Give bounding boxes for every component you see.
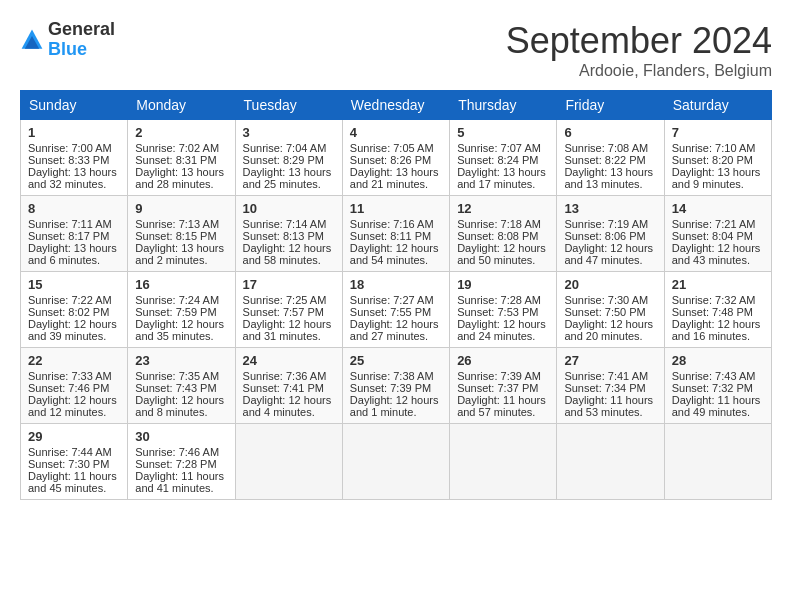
sunrise-info: Sunrise: 7:36 AM <box>243 370 327 382</box>
sunrise-info: Sunrise: 7:39 AM <box>457 370 541 382</box>
calendar-day-12: 12 Sunrise: 7:18 AM Sunset: 8:08 PM Dayl… <box>450 196 557 272</box>
sunrise-info: Sunrise: 7:07 AM <box>457 142 541 154</box>
calendar-day-6: 6 Sunrise: 7:08 AM Sunset: 8:22 PM Dayli… <box>557 120 664 196</box>
calendar-day-11: 11 Sunrise: 7:16 AM Sunset: 8:11 PM Dayl… <box>342 196 449 272</box>
daylight-info: Daylight: 12 hours <box>28 318 117 330</box>
day-number: 16 <box>135 277 227 292</box>
sunset-info: Sunset: 7:55 PM <box>350 306 431 318</box>
page-header: General Blue September 2024 Ardooie, Fla… <box>20 20 772 80</box>
daylight-minutes: and 4 minutes. <box>243 406 315 418</box>
sunrise-info: Sunrise: 7:28 AM <box>457 294 541 306</box>
day-header-sunday: Sunday <box>21 91 128 120</box>
sunset-info: Sunset: 8:06 PM <box>564 230 645 242</box>
sunset-info: Sunset: 7:28 PM <box>135 458 216 470</box>
daylight-minutes: and 20 minutes. <box>564 330 642 342</box>
calendar-day-23: 23 Sunrise: 7:35 AM Sunset: 7:43 PM Dayl… <box>128 348 235 424</box>
month-title: September 2024 <box>506 20 772 62</box>
sunrise-info: Sunrise: 7:22 AM <box>28 294 112 306</box>
daylight-minutes: and 32 minutes. <box>28 178 106 190</box>
daylight-minutes: and 2 minutes. <box>135 254 207 266</box>
calendar-day-22: 22 Sunrise: 7:33 AM Sunset: 7:46 PM Dayl… <box>21 348 128 424</box>
daylight-info: Daylight: 13 hours <box>135 166 224 178</box>
daylight-minutes: and 21 minutes. <box>350 178 428 190</box>
calendar-day-21: 21 Sunrise: 7:32 AM Sunset: 7:48 PM Dayl… <box>664 272 771 348</box>
day-number: 24 <box>243 353 335 368</box>
sunrise-info: Sunrise: 7:13 AM <box>135 218 219 230</box>
calendar-day-2: 2 Sunrise: 7:02 AM Sunset: 8:31 PM Dayli… <box>128 120 235 196</box>
day-number: 18 <box>350 277 442 292</box>
calendar-week-row-4: 22 Sunrise: 7:33 AM Sunset: 7:46 PM Dayl… <box>21 348 772 424</box>
sunset-info: Sunset: 8:15 PM <box>135 230 216 242</box>
sunrise-info: Sunrise: 7:04 AM <box>243 142 327 154</box>
daylight-info: Daylight: 12 hours <box>135 318 224 330</box>
calendar-day-3: 3 Sunrise: 7:04 AM Sunset: 8:29 PM Dayli… <box>235 120 342 196</box>
daylight-info: Daylight: 11 hours <box>672 394 761 406</box>
daylight-minutes: and 13 minutes. <box>564 178 642 190</box>
calendar-day-28: 28 Sunrise: 7:43 AM Sunset: 7:32 PM Dayl… <box>664 348 771 424</box>
day-number: 14 <box>672 201 764 216</box>
day-number: 15 <box>28 277 120 292</box>
daylight-minutes: and 6 minutes. <box>28 254 100 266</box>
sunrise-info: Sunrise: 7:18 AM <box>457 218 541 230</box>
daylight-minutes: and 27 minutes. <box>350 330 428 342</box>
sunrise-info: Sunrise: 7:21 AM <box>672 218 756 230</box>
calendar-day-15: 15 Sunrise: 7:22 AM Sunset: 8:02 PM Dayl… <box>21 272 128 348</box>
daylight-info: Daylight: 11 hours <box>564 394 653 406</box>
calendar-day-20: 20 Sunrise: 7:30 AM Sunset: 7:50 PM Dayl… <box>557 272 664 348</box>
sunset-info: Sunset: 8:20 PM <box>672 154 753 166</box>
daylight-minutes: and 39 minutes. <box>28 330 106 342</box>
sunset-info: Sunset: 7:39 PM <box>350 382 431 394</box>
calendar-day-7: 7 Sunrise: 7:10 AM Sunset: 8:20 PM Dayli… <box>664 120 771 196</box>
daylight-minutes: and 41 minutes. <box>135 482 213 494</box>
daylight-info: Daylight: 12 hours <box>135 394 224 406</box>
day-number: 8 <box>28 201 120 216</box>
sunrise-info: Sunrise: 7:08 AM <box>564 142 648 154</box>
daylight-info: Daylight: 13 hours <box>28 242 117 254</box>
sunrise-info: Sunrise: 7:30 AM <box>564 294 648 306</box>
daylight-minutes: and 8 minutes. <box>135 406 207 418</box>
logo: General Blue <box>20 20 115 60</box>
day-header-wednesday: Wednesday <box>342 91 449 120</box>
sunrise-info: Sunrise: 7:35 AM <box>135 370 219 382</box>
daylight-info: Daylight: 13 hours <box>135 242 224 254</box>
daylight-info: Daylight: 12 hours <box>564 242 653 254</box>
calendar-day-empty <box>664 424 771 500</box>
calendar-day-empty <box>450 424 557 500</box>
daylight-info: Daylight: 12 hours <box>350 242 439 254</box>
calendar-day-25: 25 Sunrise: 7:38 AM Sunset: 7:39 PM Dayl… <box>342 348 449 424</box>
sunrise-info: Sunrise: 7:24 AM <box>135 294 219 306</box>
calendar-day-19: 19 Sunrise: 7:28 AM Sunset: 7:53 PM Dayl… <box>450 272 557 348</box>
day-number: 9 <box>135 201 227 216</box>
day-number: 26 <box>457 353 549 368</box>
daylight-minutes: and 58 minutes. <box>243 254 321 266</box>
daylight-minutes: and 57 minutes. <box>457 406 535 418</box>
logo-blue: Blue <box>48 40 115 60</box>
calendar-day-26: 26 Sunrise: 7:39 AM Sunset: 7:37 PM Dayl… <box>450 348 557 424</box>
sunset-info: Sunset: 8:04 PM <box>672 230 753 242</box>
sunset-info: Sunset: 7:41 PM <box>243 382 324 394</box>
day-number: 4 <box>350 125 442 140</box>
sunrise-info: Sunrise: 7:16 AM <box>350 218 434 230</box>
day-number: 29 <box>28 429 120 444</box>
daylight-info: Daylight: 13 hours <box>564 166 653 178</box>
daylight-minutes: and 49 minutes. <box>672 406 750 418</box>
sunset-info: Sunset: 8:08 PM <box>457 230 538 242</box>
daylight-minutes: and 25 minutes. <box>243 178 321 190</box>
day-number: 17 <box>243 277 335 292</box>
sunset-info: Sunset: 8:29 PM <box>243 154 324 166</box>
title-section: September 2024 Ardooie, Flanders, Belgiu… <box>506 20 772 80</box>
sunset-info: Sunset: 8:33 PM <box>28 154 109 166</box>
daylight-minutes: and 45 minutes. <box>28 482 106 494</box>
day-number: 1 <box>28 125 120 140</box>
daylight-minutes: and 47 minutes. <box>564 254 642 266</box>
day-header-thursday: Thursday <box>450 91 557 120</box>
sunset-info: Sunset: 7:50 PM <box>564 306 645 318</box>
calendar-week-row-2: 8 Sunrise: 7:11 AM Sunset: 8:17 PM Dayli… <box>21 196 772 272</box>
calendar-day-14: 14 Sunrise: 7:21 AM Sunset: 8:04 PM Dayl… <box>664 196 771 272</box>
sunset-info: Sunset: 7:37 PM <box>457 382 538 394</box>
day-number: 28 <box>672 353 764 368</box>
daylight-info: Daylight: 12 hours <box>350 394 439 406</box>
sunset-info: Sunset: 8:22 PM <box>564 154 645 166</box>
calendar-day-9: 9 Sunrise: 7:13 AM Sunset: 8:15 PM Dayli… <box>128 196 235 272</box>
sunset-info: Sunset: 7:53 PM <box>457 306 538 318</box>
